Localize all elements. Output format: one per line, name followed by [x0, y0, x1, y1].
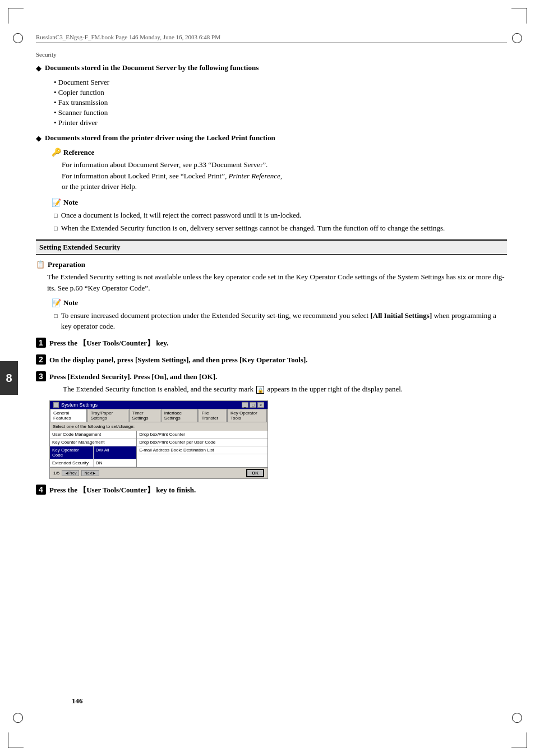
ss-tab-timer[interactable]: Timer Settings — [129, 409, 160, 422]
preparation-block: 📋 Preparation The Extended Security sett… — [36, 260, 507, 294]
diamond-bullet-2: ◆ — [36, 134, 41, 143]
ss-cell-key-counter: Key Counter Management — [50, 439, 136, 446]
corner-mark-tr — [511, 8, 527, 24]
note-block-2: 📝 Note □ To ensure increased document pr… — [52, 298, 507, 332]
ss-body: User Code Management Key Counter Managem… — [50, 431, 268, 467]
ss-left-panel: User Code Management Key Counter Managem… — [50, 431, 137, 467]
chapter-tab: 8 — [0, 361, 18, 395]
corner-mark-br — [511, 732, 527, 748]
ss-minimize-btn[interactable]: _ — [242, 402, 248, 408]
note-item-2: □ When the Extended Security function is… — [54, 223, 507, 234]
key-icon: 🔑 — [52, 147, 61, 157]
ss-cell-koc-val: DW All — [94, 446, 137, 459]
ss-page-count: 1/5 — [53, 471, 59, 476]
step-1-number: 1 — [36, 338, 46, 348]
reference-line1: For information about Document Server, s… — [62, 159, 507, 170]
ss-prev-btn[interactable]: ◄Prev — [62, 470, 79, 476]
ss-title-text: System Settings — [61, 402, 98, 408]
reg-mark-tl — [13, 33, 23, 43]
diamond-heading-2: ◆ Documents stored from the printer driv… — [36, 133, 507, 143]
ss-tab-keyop[interactable]: Key Operator Tools — [227, 409, 267, 422]
ss-app-icon — [53, 402, 59, 408]
note2-item-1-text: To ensure increased document protection … — [61, 310, 507, 332]
list-item: Document Server — [54, 77, 507, 87]
ss-menu-label-text: Select one of the following to set/chang… — [53, 424, 135, 429]
note-item-1: □ Once a document is locked, it will rej… — [54, 210, 507, 221]
note-checkbox-2: □ — [54, 224, 58, 233]
note-item-1-text: Once a document is locked, it will rejec… — [61, 210, 302, 221]
ss-ok-button[interactable]: OK — [246, 469, 264, 477]
section-title-bar: Setting Extended Security — [36, 239, 507, 255]
note-item-2-text: When the Extended Security function is o… — [61, 223, 445, 234]
reg-mark-tr — [512, 33, 522, 43]
note-heading-2: 📝 Note — [52, 298, 507, 308]
corner-mark-tl — [8, 8, 24, 24]
ref-line3: or the printer driver Help. — [62, 182, 137, 191]
ss-footer: 1/5 ◄Prev Next► OK — [50, 467, 268, 478]
step-2-text: On the display panel, press [System Sett… — [49, 354, 307, 366]
ss-next-btn[interactable]: Next► — [81, 470, 99, 476]
prep-heading: 📋 Preparation — [36, 260, 507, 269]
note-heading-1: 📝 Note — [52, 198, 507, 208]
step-1-block: 1 Press the 【User Tools/Counter】 key. — [36, 338, 507, 349]
ss-maximize-btn[interactable]: □ — [250, 402, 256, 408]
corner-mark-bl — [8, 732, 24, 748]
system-settings-screenshot: System Settings _ □ × General Features T… — [49, 400, 268, 479]
ss-tab-general[interactable]: General Features — [50, 409, 87, 422]
page-number: 146 — [72, 697, 83, 706]
step-3-body: The Extended Security function is enable… — [63, 384, 403, 395]
doc-icon: 📋 — [36, 260, 45, 269]
step-3-text: Press [Extended Security]. Press [On], a… — [49, 371, 403, 382]
diamond-heading-1: ◆ Documents stored in the Document Serve… — [36, 63, 507, 73]
note-icon-2: 📝 — [52, 298, 61, 308]
step-2-number: 2 — [36, 354, 46, 365]
ss-cell-user-code: User Code Management — [50, 431, 136, 438]
ss-row-2: Key Counter Management — [50, 439, 136, 446]
reference-heading-text: Reference — [63, 148, 94, 157]
ss-menu-label: Select one of the following to set/chang… — [50, 422, 268, 431]
header-bar: RussianC3_ENgsg-F_FM.book Page 146 Monda… — [36, 34, 507, 43]
ss-right-row-3: E-mail Address Book: Destination List — [137, 446, 268, 454]
ss-right-cell-1: Drop box/Print Counter — [137, 431, 268, 438]
header-text: RussianC3_ENgsg-F_FM.book Page 146 Monda… — [36, 34, 220, 40]
step-1-text: Press the 【User Tools/Counter】 key. — [49, 338, 168, 349]
ref-line2-italic: Printer Reference — [228, 172, 280, 180]
section-label: Security — [36, 51, 507, 58]
ss-tabs: General Features Tray/Paper Settings Tim… — [50, 409, 268, 422]
note-heading-1-text: Note — [63, 198, 78, 207]
ss-right-row-1: Drop box/Print Counter — [137, 431, 268, 439]
note2-item-1: □ To ensure increased document protectio… — [54, 310, 507, 332]
page: 8 RussianC3_ENgsg-F_FM.book Page 146 Mon… — [0, 0, 535, 756]
reference-line1-text: For information about Document Server, s… — [62, 160, 268, 169]
ss-close-btn[interactable]: × — [257, 402, 264, 408]
ss-row-3[interactable]: Key Operator Code DW All — [50, 446, 136, 459]
section-label-text: Security — [36, 51, 57, 58]
security-mark-icon: 🔒 — [256, 386, 264, 394]
page-number-text: 146 — [72, 697, 83, 705]
ss-tab-tray[interactable]: Tray/Paper Settings — [87, 409, 128, 422]
ss-right-row-2: Drop box/Print Counter per User Code — [137, 439, 268, 446]
ss-titlebar: System Settings _ □ × — [50, 401, 268, 409]
reg-mark-br — [512, 713, 522, 723]
ss-row-1: User Code Management — [50, 431, 136, 439]
note-block-1: 📝 Note □ Once a document is locked, it w… — [52, 198, 507, 234]
ss-cell-ext-sec: Extended Security — [50, 459, 94, 467]
list-item: Printer driver — [54, 118, 507, 128]
reference-block: 🔑 Reference For information about Docume… — [52, 147, 507, 192]
ss-right-panel: Drop box/Print Counter Drop box/Print Co… — [137, 431, 268, 467]
list-item: Scanner function — [54, 108, 507, 118]
step-3-block: 3 Press [Extended Security]. Press [On],… — [36, 371, 507, 395]
ss-right-cell-3: E-mail Address Book: Destination List — [137, 446, 268, 454]
step-3-number: 3 — [36, 371, 46, 381]
list-item: Copier function — [54, 87, 507, 98]
ss-row-4: Extended Security ON — [50, 459, 136, 467]
diamond-heading-1-text: Documents stored in the Document Server … — [45, 63, 259, 72]
ss-tab-interface[interactable]: Interface Settings — [161, 409, 198, 422]
ref-line2-suffix: , — [280, 172, 282, 180]
step-3-body-text: The Extended Security function is enable… — [63, 385, 253, 393]
reference-heading: 🔑 Reference — [52, 147, 507, 157]
note2-checkbox-1: □ — [54, 311, 58, 321]
ss-tab-file[interactable]: File Transfer — [199, 409, 227, 422]
ss-title-left: System Settings — [53, 402, 98, 408]
reference-line3: or the printer driver Help. — [62, 181, 507, 192]
